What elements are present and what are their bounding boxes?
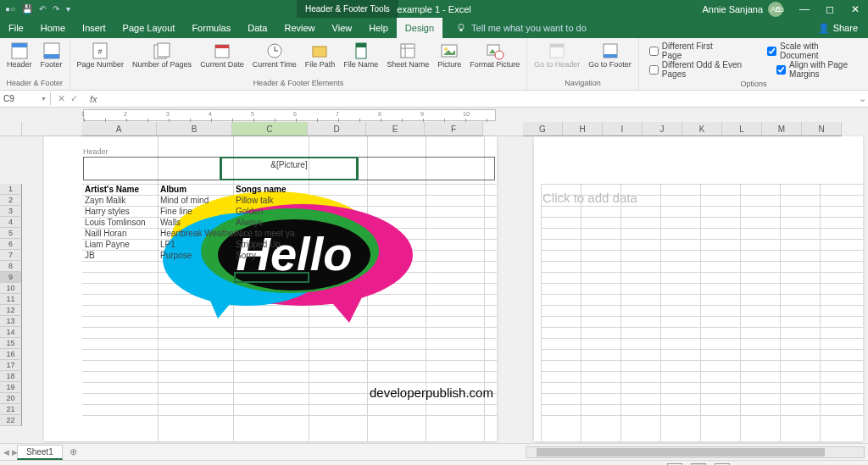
goto-footer-button[interactable]: Go to Footer — [585, 40, 635, 70]
row-header[interactable]: 14 — [0, 327, 22, 338]
header-editor[interactable]: &[Picture] — [83, 157, 495, 180]
col-header[interactable]: A — [81, 122, 157, 136]
page-number-button[interactable]: #Page Number — [74, 40, 128, 70]
row-header[interactable]: 15 — [0, 338, 22, 349]
picture-button[interactable]: Picture — [434, 40, 465, 70]
share-button[interactable]: 👤 Share — [808, 18, 868, 38]
autosave-icon[interactable]: ●○ — [5, 4, 15, 14]
row-header[interactable]: 21 — [0, 404, 22, 415]
scale-with-doc-checkbox[interactable]: Scale with Document — [767, 42, 858, 60]
row-header[interactable]: 7 — [0, 250, 22, 261]
col-header[interactable]: E — [366, 122, 425, 136]
row-header[interactable]: 18 — [0, 371, 22, 382]
tab-home[interactable]: Home — [32, 18, 74, 38]
format-picture-button[interactable]: Format Picture — [466, 40, 523, 70]
sheet-nav-arrows[interactable]: ◀ ▶ — [3, 448, 18, 457]
diff-oddeven-checkbox[interactable]: Different Odd & Even Pages — [649, 60, 743, 79]
redo-icon[interactable]: ↷ — [53, 4, 59, 14]
col-header[interactable]: I — [603, 122, 643, 136]
row-header[interactable]: 5 — [0, 228, 22, 239]
row-header[interactable]: 12 — [0, 305, 22, 316]
select-all-button[interactable] — [0, 122, 22, 136]
row-header[interactable]: 13 — [0, 316, 22, 327]
minimize-button[interactable]: — — [792, 0, 817, 18]
header-right-section[interactable] — [357, 157, 495, 180]
tab-page-layout[interactable]: Page Layout — [114, 18, 184, 38]
goto-header-icon — [548, 42, 566, 60]
current-date-button[interactable]: Current Date — [197, 40, 248, 70]
tab-insert[interactable]: Insert — [74, 18, 114, 38]
row-header[interactable]: 9 — [0, 272, 22, 283]
sheet-name-button[interactable]: Sheet Name — [383, 40, 432, 70]
formula-bar: C9▼ ✕✓ fx ⌄ — [0, 91, 868, 108]
formula-input[interactable] — [103, 92, 856, 106]
row-header[interactable]: 20 — [0, 393, 22, 404]
col-header[interactable]: L — [722, 122, 762, 136]
tab-help[interactable]: Help — [360, 18, 397, 38]
row-header[interactable]: 8 — [0, 261, 22, 272]
row-header[interactable]: 6 — [0, 239, 22, 250]
ribbon-options-icon[interactable]: ▭ — [766, 0, 792, 18]
expand-formula-bar-icon[interactable]: ⌄ — [856, 93, 868, 104]
svg-rect-17 — [356, 43, 366, 47]
cancel-formula-icon[interactable]: ✕ — [58, 93, 65, 104]
row-header[interactable]: 11 — [0, 294, 22, 305]
tab-design[interactable]: Design — [397, 18, 442, 38]
chevron-down-icon[interactable]: ▼ — [41, 96, 47, 102]
tell-me-search[interactable]: Tell me what you want to do — [442, 18, 587, 38]
col-header[interactable]: D — [308, 122, 366, 136]
num-pages-button[interactable]: Number of Pages — [129, 40, 195, 70]
name-box[interactable]: C9▼ — [0, 92, 51, 105]
diff-first-page-checkbox[interactable]: Different First Page — [649, 42, 733, 60]
col-header[interactable]: J — [643, 122, 682, 136]
tab-formulas[interactable]: Formulas — [183, 18, 239, 38]
file-path-button[interactable]: File Path — [302, 40, 339, 70]
col-header[interactable]: C — [232, 122, 308, 136]
row-header[interactable]: 19 — [0, 382, 22, 393]
header-left-section[interactable] — [83, 157, 221, 180]
enter-formula-icon[interactable]: ✓ — [70, 93, 78, 104]
col-header[interactable]: G — [523, 122, 563, 136]
footer-button[interactable]: Footer — [37, 40, 66, 70]
save-icon[interactable]: 💾 — [22, 4, 32, 14]
row-header[interactable]: 16 — [0, 349, 22, 360]
row-header[interactable]: 4 — [0, 217, 22, 228]
watermark: developerpublish.com — [370, 385, 493, 400]
row-header[interactable]: 1 — [0, 184, 22, 195]
horizontal-scrollbar[interactable] — [526, 446, 865, 458]
header-center-section[interactable]: &[Picture] — [221, 157, 357, 180]
svg-rect-15 — [313, 47, 326, 57]
col-header[interactable]: B — [157, 122, 232, 136]
maximize-button[interactable]: ◻ — [817, 0, 843, 18]
tab-view[interactable]: View — [324, 18, 361, 38]
file-name-button[interactable]: File Name — [340, 40, 381, 70]
new-sheet-button[interactable]: ⊕ — [64, 445, 82, 459]
fx-icon[interactable]: fx — [85, 94, 103, 104]
page-2[interactable]: Click to add data — [534, 136, 863, 441]
row-header[interactable]: 3 — [0, 206, 22, 217]
row-header[interactable]: 17 — [0, 360, 22, 371]
row-header[interactable]: 22 — [0, 415, 22, 426]
row-header[interactable]: 10 — [0, 283, 22, 294]
col-header[interactable]: N — [802, 122, 842, 136]
sheet-tab[interactable]: Sheet1 — [17, 445, 63, 460]
close-button[interactable]: ✕ — [843, 0, 868, 18]
col-header[interactable]: M — [762, 122, 802, 136]
click-to-add-hint[interactable]: Click to add data — [542, 191, 637, 205]
qat-customize-icon[interactable]: ▾ — [66, 4, 70, 14]
tab-file[interactable]: File — [0, 18, 32, 38]
col-header[interactable]: K — [682, 122, 722, 136]
align-margins-checkbox[interactable]: Align with Page Margins — [776, 60, 858, 79]
col-header[interactable]: H — [563, 122, 603, 136]
date-icon — [213, 42, 231, 60]
undo-icon[interactable]: ↶ — [39, 4, 46, 14]
col-header[interactable]: F — [425, 122, 483, 136]
worksheet-data[interactable]: Artist's NameAlbumSongs name Zayn MalikM… — [83, 184, 309, 261]
tab-review[interactable]: Review — [275, 18, 323, 38]
svg-rect-5 — [44, 54, 59, 58]
header-button[interactable]: Header — [3, 40, 36, 70]
current-time-button[interactable]: Current Time — [249, 40, 300, 70]
row-header[interactable]: 2 — [0, 195, 22, 206]
scrollbar-thumb[interactable] — [537, 448, 825, 457]
tab-data[interactable]: Data — [239, 18, 275, 38]
